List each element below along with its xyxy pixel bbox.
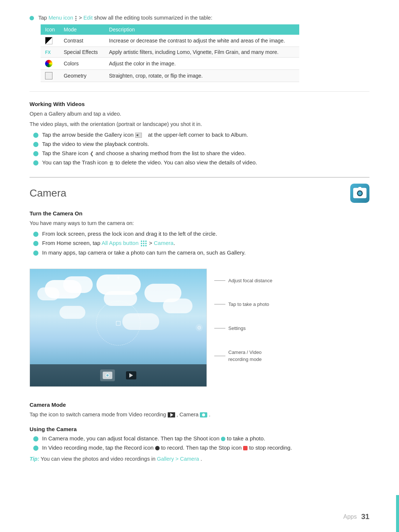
- annotation-take-photo: Tap to take a photo: [214, 301, 273, 307]
- three-dots-icon: [75, 16, 76, 21]
- annotation-text: Tap to take a photo: [228, 301, 269, 307]
- cloud: [37, 287, 59, 300]
- video-mode-icon: [126, 371, 136, 379]
- table-cell-icon: [41, 58, 59, 70]
- table-cell-description: Apply artistic filters, including Lomo, …: [105, 47, 299, 58]
- using-camera-title: Using the Camera: [30, 426, 369, 432]
- bullet-text: From Home screen, tap All Apps button > …: [42, 240, 175, 246]
- camera-mode-icon-small: [100, 369, 115, 381]
- bullet-item: In Video recording mode, tap the Record …: [30, 444, 369, 451]
- camera-header-icon: [350, 184, 369, 203]
- cloud: [59, 306, 85, 319]
- working-para2: The video plays, with the orientation (p…: [30, 120, 369, 129]
- plus-top-indicator: +: [116, 274, 120, 281]
- page-number: 31: [361, 512, 369, 521]
- arrow-separator: >: [79, 15, 83, 21]
- stop-icon: [243, 446, 248, 450]
- using-camera-section: Using the Camera In Camera mode, you can…: [30, 426, 369, 463]
- camera-screenshot-section: + ⚙ Adjust: [30, 261, 369, 394]
- annotation-focal-distance: Adjust focal distance: [214, 278, 273, 283]
- camera-mode-text: Tap the icon to switch camera mode from …: [30, 411, 369, 419]
- dots-menu-icon: [75, 15, 79, 21]
- bullet-dot: [33, 436, 38, 441]
- bottom-accent-bar: [396, 495, 399, 532]
- bullet-text: Tap the video to view the playback contr…: [42, 141, 149, 147]
- apps-footer-label: Apps: [343, 514, 357, 520]
- camera-small-icon: [200, 412, 207, 417]
- menu-icon-label: Menu icon: [48, 15, 73, 21]
- bullet-text: From lock screen, press the lock icon an…: [42, 231, 217, 237]
- target-center: [116, 321, 120, 325]
- share-icon: ❮: [90, 151, 94, 156]
- intro-suffix: show all the editing tools summarized in…: [94, 15, 212, 21]
- bullet-text: In Video recording mode, tap the Record …: [42, 444, 292, 451]
- bullet-dot: [33, 151, 38, 156]
- fx-icon: FX: [45, 50, 51, 55]
- annotation-line: [214, 328, 225, 328]
- shoot-icon: [221, 437, 225, 441]
- table-header-mode: Mode: [59, 24, 105, 35]
- camera-bottom-bar: [30, 364, 207, 386]
- tip-line: Tip: You can view the photos and video r…: [30, 455, 369, 463]
- bullet-dot: [33, 142, 38, 147]
- annotation-text: Camera / Videorecording mode: [228, 349, 273, 362]
- tip-gallery-link: Gallery > Camera: [157, 456, 199, 462]
- bullet-item: From lock screen, press the lock icon an…: [30, 231, 369, 237]
- table-cell-icon: [41, 35, 59, 47]
- bullet-dot: [33, 250, 38, 256]
- bullet-item: You can tap the Trash icon 🗑 to delete t…: [30, 159, 369, 166]
- camera-section-title: Camera: [30, 187, 66, 199]
- tip-label: Tip:: [30, 456, 39, 462]
- working-para1: Open a Gallery album and tap a video.: [30, 110, 369, 118]
- tip-text: You can view the photos and video record…: [41, 456, 157, 462]
- bullet-dot: [33, 446, 38, 451]
- intro-line: Tap Menu icon > Edit show all the editin…: [30, 15, 369, 21]
- annotation-line: [214, 304, 225, 304]
- camera-link: Camera: [154, 240, 173, 246]
- gallery-icon: [135, 133, 142, 138]
- bullet-text: Tap the arrow beside the Gallery icon at…: [42, 132, 248, 138]
- table-cell-icon: FX: [41, 47, 59, 58]
- bullet-dot: [33, 133, 38, 138]
- camera-section-header: Camera: [30, 177, 369, 203]
- table-cell-mode: Colors: [59, 58, 105, 70]
- all-apps-button-link: All Apps button: [102, 240, 139, 246]
- bullet-item: In many apps, tap camera or take a photo…: [30, 249, 369, 256]
- table-row: Contrast Increase or decrease the contra…: [41, 35, 299, 47]
- edit-modes-table: Icon Mode Description Contrast Increase …: [41, 24, 299, 82]
- table-header-description: Description: [105, 24, 299, 35]
- annotation-text: Settings: [228, 325, 246, 331]
- table-row: Colors Adjust the color in the image.: [41, 58, 299, 70]
- working-with-videos-section: Working With Videos Open a Gallery album…: [30, 101, 369, 166]
- section-divider: [30, 91, 369, 92]
- bullet-text: You can tap the Trash icon 🗑 to delete t…: [42, 159, 257, 166]
- table-header-icon: Icon: [41, 24, 59, 35]
- bullet-text: Tap the Share icon ❮ and choose a sharin…: [42, 150, 246, 157]
- bullet-text: In Camera mode, you can adjust focal dis…: [42, 435, 265, 441]
- tip-period: .: [201, 456, 202, 462]
- cloud: [163, 299, 192, 313]
- bullet-item: From Home screen, tap All Apps button > …: [30, 240, 369, 246]
- turn-camera-on-section: Turn the Camera On You have many ways to…: [30, 210, 369, 256]
- trash-icon: 🗑: [109, 160, 114, 166]
- edit-label: Edit: [83, 15, 93, 21]
- contrast-icon: [45, 37, 52, 44]
- bullet-dot: [33, 160, 38, 166]
- camera-annotations: Adjust focal distance Tap to take a phot…: [214, 261, 273, 379]
- cloud: [63, 276, 93, 293]
- bullet-item: Tap the arrow beside the Gallery icon at…: [30, 132, 369, 138]
- colors-icon: [45, 60, 52, 67]
- video-recording-icon: [168, 412, 175, 417]
- bullet-text: In many apps, tap camera or take a photo…: [42, 249, 246, 256]
- camera-mode-section: Camera Mode Tap the icon to switch camer…: [30, 402, 369, 419]
- record-icon: [155, 446, 160, 450]
- table-cell-mode: Special Effects: [59, 47, 105, 58]
- camera-mode-title: Camera Mode: [30, 402, 369, 408]
- table-cell-description: Straighten, crop, rotate, or flip the im…: [105, 70, 299, 82]
- bullet-item: Tap the video to view the playback contr…: [30, 141, 369, 147]
- turn-camera-on-title: Turn the Camera On: [30, 210, 369, 216]
- table-cell-description: Adjust the color in the image.: [105, 58, 299, 70]
- turn-camera-para: You have many ways to turn the camera on…: [30, 219, 369, 228]
- settings-indicator: ⚙: [195, 324, 203, 331]
- annotation-line: [214, 280, 225, 281]
